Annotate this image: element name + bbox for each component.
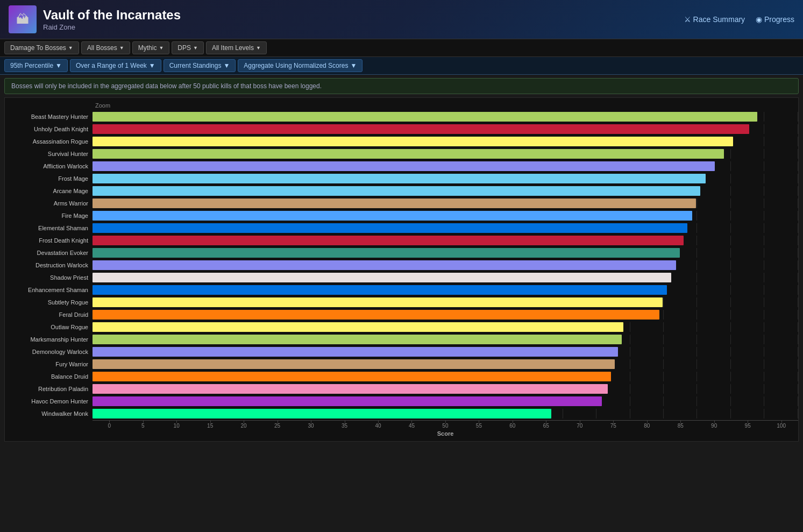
- mythic-btn[interactable]: Mythic▼: [132, 41, 170, 54]
- bar-track: [93, 359, 798, 369]
- time-range-btn[interactable]: Over a Range of 1 Week▼: [70, 59, 161, 72]
- x-tick: 85: [664, 423, 697, 429]
- bar-row: Enhancement Shaman: [9, 284, 798, 296]
- percentile-btn[interactable]: 95th Percentile▼: [4, 59, 68, 72]
- dps-btn[interactable]: DPS▼: [172, 41, 204, 54]
- bar-label: Unholy Death Knight: [9, 126, 93, 132]
- x-tick: 70: [563, 423, 596, 429]
- bar-row: Destruction Warlock: [9, 259, 798, 271]
- bar-fill: [93, 322, 623, 332]
- bar-fill: [93, 260, 676, 270]
- bar-row: Retribution Paladin: [9, 383, 798, 395]
- bar-row: Havoc Demon Hunter: [9, 395, 798, 407]
- toolbar: Damage To Bosses▼ All Bosses▼ Mythic▼ DP…: [0, 39, 803, 57]
- bar-fill: [93, 174, 706, 183]
- bar-track: [93, 322, 798, 332]
- x-tick: 35: [328, 423, 361, 429]
- bar-row: Fury Warrior: [9, 358, 798, 370]
- bar-row: Frost Mage: [9, 173, 798, 185]
- bar-fill: [93, 124, 749, 134]
- bar-label: Shadow Priest: [9, 274, 93, 281]
- bar-row: Feral Druid: [9, 309, 798, 321]
- all-bosses-btn[interactable]: All Bosses▼: [81, 41, 130, 54]
- bar-track: [93, 372, 798, 381]
- x-axis: 0510152025303540455055606570758085909510…: [93, 420, 798, 429]
- x-tick: 0: [93, 423, 126, 429]
- x-tick: 55: [462, 423, 495, 429]
- bar-track: [93, 161, 798, 171]
- bar-row: Subtlety Rogue: [9, 296, 798, 308]
- bar-fill: [93, 236, 684, 245]
- bar-label: Devastation Evoker: [9, 250, 93, 256]
- bar-track: [93, 248, 798, 258]
- bar-label: Destruction Warlock: [9, 262, 93, 268]
- x-tick: 20: [227, 423, 260, 429]
- x-tick: 5: [126, 423, 159, 429]
- zoom-label: Zoom: [95, 102, 798, 109]
- bar-row: Assassination Rogue: [9, 136, 798, 147]
- page-subtitle: Raid Zone: [43, 23, 181, 31]
- bar-track: [93, 347, 798, 357]
- bar-track: [93, 223, 798, 233]
- bar-row: Demonology Warlock: [9, 346, 798, 358]
- x-tick: 80: [630, 423, 664, 429]
- bar-row: Unholy Death Knight: [9, 123, 798, 135]
- x-tick: 25: [260, 423, 294, 429]
- bar-fill: [93, 347, 618, 357]
- bar-track: [93, 124, 798, 134]
- race-summary-link[interactable]: ⚔ Race Summary: [684, 15, 745, 24]
- bar-row: Elemental Shaman: [9, 222, 798, 234]
- bar-label: Survival Hunter: [9, 151, 93, 157]
- bar-track: [93, 335, 798, 344]
- bar-label: Retribution Paladin: [9, 386, 93, 392]
- x-tick: 30: [294, 423, 328, 429]
- bar-label: Outlaw Rogue: [9, 324, 93, 330]
- bar-row: Arms Warrior: [9, 197, 798, 209]
- aggregate-btn[interactable]: Aggregate Using Normalized Scores▼: [238, 59, 363, 72]
- bar-track: [93, 112, 798, 122]
- bar-label: Arcane Mage: [9, 188, 93, 194]
- bar-track: [93, 297, 798, 307]
- bar-row: Balance Druid: [9, 371, 798, 382]
- bar-fill: [93, 285, 667, 295]
- bar-track: [93, 396, 798, 406]
- bar-fill: [93, 223, 687, 233]
- bar-fill: [93, 198, 696, 208]
- bar-label: Arms Warrior: [9, 200, 93, 207]
- x-tick: 10: [160, 423, 193, 429]
- header-left: 🏔 Vault of the Incarnates Raid Zone: [9, 5, 181, 33]
- bar-fill: [93, 211, 692, 221]
- bar-label: Frost Mage: [9, 175, 93, 182]
- damage-to-bosses-btn[interactable]: Damage To Bosses▼: [4, 41, 79, 54]
- chart-area: Zoom Beast Mastery HunterUnholy Death Kn…: [4, 97, 799, 442]
- bar-label: Subtlety Rogue: [9, 299, 93, 306]
- bar-label: Balance Druid: [9, 373, 93, 380]
- bar-fill: [93, 186, 700, 196]
- x-tick: 15: [193, 423, 226, 429]
- bar-fill: [93, 384, 608, 394]
- progress-link[interactable]: ◉ Progress: [756, 15, 794, 24]
- standings-btn[interactable]: Current Standings▼: [164, 59, 236, 72]
- bar-fill: [93, 310, 659, 320]
- bar-label: Marksmanship Hunter: [9, 336, 93, 343]
- bar-row: Devastation Evoker: [9, 247, 798, 259]
- bar-track: [93, 384, 798, 394]
- info-bar: Bosses will only be included in the aggr…: [4, 78, 799, 94]
- bar-row: Shadow Priest: [9, 272, 798, 283]
- bar-track: [93, 273, 798, 282]
- bar-label: Frost Death Knight: [9, 237, 93, 244]
- bar-fill: [93, 297, 663, 307]
- bar-track: [93, 149, 798, 159]
- bar-row: Arcane Mage: [9, 185, 798, 197]
- bar-row: Frost Death Knight: [9, 235, 798, 246]
- bar-row: Fire Mage: [9, 210, 798, 222]
- bar-fill: [93, 161, 715, 171]
- bar-row: Affliction Warlock: [9, 160, 798, 172]
- all-item-levels-btn[interactable]: All Item Levels▼: [206, 41, 267, 54]
- bar-fill: [93, 248, 680, 258]
- bar-fill: [93, 335, 622, 344]
- bar-track: [93, 186, 798, 196]
- bar-track: [93, 137, 798, 146]
- bar-fill: [93, 112, 757, 122]
- bar-fill: [93, 149, 724, 159]
